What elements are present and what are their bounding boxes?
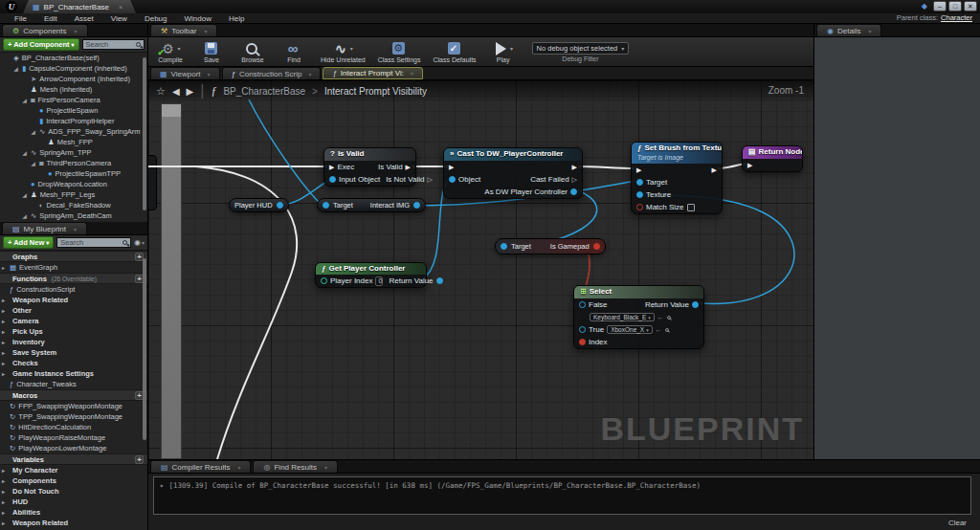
img-out-pin[interactable] bbox=[413, 202, 420, 209]
my-blueprint-row[interactable]: ▸ Camera bbox=[0, 316, 147, 326]
clear-button[interactable]: Clear bbox=[948, 519, 967, 527]
menu-item[interactable]: Edit bbox=[35, 14, 66, 23]
my-blueprint-row[interactable]: ƒ ConstructionScript bbox=[0, 284, 147, 295]
toolbar-button[interactable]: Class Defaults bbox=[433, 40, 476, 63]
exec-out-pin[interactable] bbox=[572, 175, 577, 184]
expander-icon[interactable]: ▸ bbox=[0, 498, 7, 505]
my-blueprint-row[interactable]: ▸ Components bbox=[0, 475, 147, 486]
expander-icon[interactable]: ▸ bbox=[0, 349, 7, 356]
my-blueprint-row[interactable]: ▸ ▦ EventGraph bbox=[0, 262, 147, 273]
menu-item[interactable]: File bbox=[6, 14, 35, 23]
component-tree-item[interactable]: ◢ ∿ ADS_FPP_Sway_SpringArm bbox=[0, 126, 147, 137]
true-asset-dropdown[interactable]: XboxOne_X bbox=[607, 325, 653, 334]
components-scrollbar[interactable] bbox=[143, 57, 146, 210]
exec-out-pin[interactable] bbox=[572, 163, 577, 171]
expander-icon[interactable]: ▸ bbox=[0, 488, 7, 495]
my-blueprint-row[interactable]: ▸ Game Instance Settings bbox=[0, 368, 147, 379]
menu-item[interactable]: View bbox=[102, 14, 136, 23]
object-out-pin[interactable] bbox=[570, 188, 577, 195]
node-player-hud[interactable]: Player HUD bbox=[229, 198, 289, 212]
expander-icon[interactable]: ◢ bbox=[12, 65, 19, 72]
node-select[interactable]: ⊞Select FalseReturn Value Keyboard_Black… bbox=[573, 285, 704, 349]
component-tree-item[interactable]: ● ProjectileSpawnTPP bbox=[0, 168, 147, 179]
maximize-button[interactable]: □ bbox=[948, 1, 962, 11]
my-blueprint-row[interactable]: Variables + bbox=[0, 453, 147, 465]
component-tree-item[interactable]: ◢ ∿ SpringArm_TPP bbox=[0, 147, 147, 158]
component-tree-item[interactable]: ♟ Mesh (Inherited) bbox=[0, 84, 147, 95]
expander-icon[interactable]: ◢ bbox=[21, 191, 28, 198]
component-tree-item[interactable]: ◈ BP_CharacterBase(self) bbox=[0, 53, 147, 63]
expander-icon[interactable]: ▸ bbox=[0, 509, 7, 516]
compiler-results-log[interactable]: [1309.39] Compile of BP_CharacterBase su… bbox=[153, 476, 971, 515]
toolbar-button[interactable]: ▾ Play bbox=[489, 40, 518, 63]
add-new-button[interactable]: + Add New ▾ bbox=[3, 236, 54, 249]
expander-icon[interactable]: ▸ bbox=[0, 297, 7, 303]
parent-class-link[interactable]: Character bbox=[941, 13, 972, 22]
toolbar-button[interactable]: Browse bbox=[238, 40, 267, 63]
target-in-pin[interactable] bbox=[636, 179, 643, 186]
menu-item[interactable]: Window bbox=[175, 14, 219, 23]
component-tree-item[interactable]: ◢ ▮ CapsuleComponent (Inherited) bbox=[0, 63, 147, 74]
expander-icon[interactable]: ▸ bbox=[0, 360, 7, 366]
document-tab[interactable]: Viewport ▾ bbox=[150, 67, 220, 79]
my-blueprint-row[interactable]: ↻ HitDirectionCalculation bbox=[0, 422, 147, 432]
target-in-pin[interactable] bbox=[501, 243, 507, 250]
my-blueprint-row[interactable]: ƒ Character_Tweaks bbox=[0, 379, 147, 389]
my-blueprint-row[interactable]: ▸ Weapon Related bbox=[0, 518, 147, 528]
exec-in-pin[interactable] bbox=[449, 163, 454, 171]
myblueprint-scrollbar[interactable] bbox=[143, 258, 146, 440]
component-tree-item[interactable]: ◢ ∿ SpringArm_DeathCam bbox=[0, 210, 147, 221]
expander-icon[interactable]: ▸ bbox=[0, 370, 7, 377]
node-is-gamepad[interactable]: Target Is Gamepad bbox=[495, 238, 606, 254]
tab-my-blueprint[interactable]: ▤ My Blueprint ▾ bbox=[2, 222, 87, 234]
exec-in-pin[interactable] bbox=[636, 166, 641, 174]
my-blueprint-row[interactable]: ↻ TPP_SwappingWeaponMontage bbox=[0, 411, 147, 422]
browse-asset-icon[interactable] bbox=[665, 328, 669, 332]
document-tab[interactable]: Construction Scrip ▾ bbox=[222, 67, 322, 79]
minimize-button[interactable]: – bbox=[933, 1, 947, 11]
menu-item[interactable]: Debug bbox=[136, 14, 176, 23]
tab-details[interactable]: Details ▾ bbox=[816, 24, 881, 36]
object-in-pin[interactable] bbox=[449, 176, 456, 183]
expander-icon[interactable]: ▸ bbox=[0, 519, 7, 526]
component-tree-item[interactable]: ● ProjectileSpawn bbox=[0, 105, 147, 116]
pin-icon[interactable]: ▾ bbox=[75, 28, 78, 34]
my-blueprint-row[interactable]: ▸ My Character bbox=[0, 465, 147, 475]
expander-icon[interactable]: ▸ bbox=[0, 307, 7, 314]
exec-out-pin[interactable] bbox=[712, 166, 717, 174]
component-tree-item[interactable]: ♟ Mesh_FPP bbox=[0, 137, 147, 147]
tab-toolbar[interactable]: ⚒ Toolbar ▾ bbox=[150, 24, 217, 36]
nav-forward-icon[interactable]: ▶ bbox=[187, 86, 194, 97]
exec-in-pin[interactable] bbox=[747, 161, 752, 169]
my-blueprint-row[interactable]: ↻ PlayWeaponRaiseMontage bbox=[0, 432, 147, 443]
component-tree-item[interactable]: ◐ Decal_FakeShadow bbox=[0, 200, 147, 210]
breadcrumb-root[interactable]: BP_CharacterBase bbox=[223, 86, 305, 97]
expander-icon[interactable]: ▸ bbox=[0, 339, 7, 345]
pin-icon[interactable]: ▾ bbox=[868, 28, 871, 34]
expander-icon[interactable]: ◢ bbox=[21, 212, 28, 219]
expander-icon[interactable]: ▸ bbox=[0, 467, 7, 474]
my-blueprint-row[interactable]: ▸ Weapon Related bbox=[0, 295, 147, 305]
use-asset-icon[interactable]: ← bbox=[657, 314, 664, 320]
toolbar-button[interactable]: Class Settings bbox=[378, 40, 421, 63]
node-return[interactable]: ▤Return Node bbox=[742, 145, 803, 172]
component-tree-item[interactable]: ▮ InteractPromptHelper bbox=[0, 116, 147, 126]
debug-object-dropdown[interactable]: No debug object selected ▾ bbox=[532, 42, 630, 55]
document-tab[interactable]: Interact Prompt Vi: ▾ bbox=[323, 67, 423, 79]
pin-icon[interactable]: ▾ bbox=[204, 28, 207, 34]
close-button[interactable]: ✕ bbox=[964, 1, 977, 11]
object-in-pin[interactable] bbox=[329, 176, 336, 183]
favorite-star-icon[interactable]: ☆ bbox=[156, 85, 166, 98]
results-tab[interactable]: Compiler Results ▾ bbox=[150, 460, 251, 473]
true-in-pin[interactable] bbox=[579, 326, 586, 333]
expander-icon[interactable]: ▸ bbox=[0, 264, 7, 271]
my-blueprint-row[interactable]: ↻ PlayWeaponLowerMontage bbox=[0, 443, 147, 453]
my-blueprint-row[interactable]: ▸ HUD bbox=[0, 497, 147, 507]
node-set-brush-from-texture[interactable]: ƒSet Brush from Texture Target is Image … bbox=[631, 142, 723, 214]
blueprint-graph[interactable]: ☆ ◀ ▶ | ƒ BP_CharacterBase > Interact Pr… bbox=[148, 80, 813, 459]
player-index-field[interactable]: 0 bbox=[375, 276, 383, 286]
exec-in-pin[interactable] bbox=[329, 163, 334, 171]
results-tab[interactable]: Find Results ▾ bbox=[253, 460, 337, 473]
menu-item[interactable]: Asset bbox=[66, 14, 102, 23]
player-index-pin[interactable] bbox=[321, 277, 327, 284]
